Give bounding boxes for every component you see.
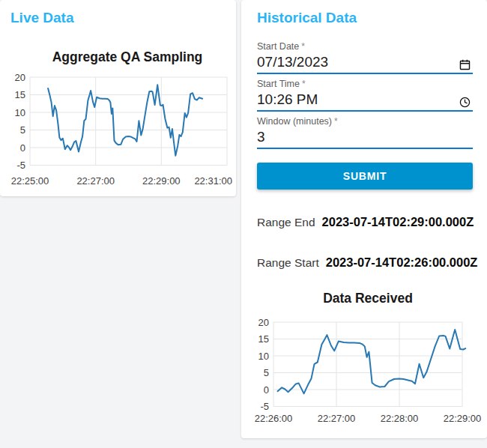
svg-text:5: 5 [264,367,269,378]
historical-chart-title: Data Received [273,291,462,306]
start-time-field: Start Time* [257,79,473,112]
required-marker: * [302,79,306,89]
svg-text:5: 5 [20,124,25,136]
live-chart: 20151050-522:25:0022:27:0022:29:0022:31:… [0,69,236,195]
svg-text:0: 0 [264,384,269,396]
historical-data-panel: Historical Data Start Date* Start Time* [241,0,487,438]
clock-icon[interactable] [459,96,471,109]
start-date-input[interactable] [257,54,448,70]
svg-text:20: 20 [258,317,269,328]
svg-text:20: 20 [15,72,25,83]
svg-text:22:27:00: 22:27:00 [76,175,115,187]
svg-text:-5: -5 [16,160,25,171]
required-marker: * [334,116,338,127]
live-chart-title: Aggregate QA Sampling [27,49,228,65]
range-start-label: Range Start [257,256,319,270]
range-start-row: Range Start 2023-07-14T02:26:00.000Z [257,255,477,270]
svg-text:22:29:00: 22:29:00 [142,175,181,187]
range-end-row: Range End 2023-07-14T02:29:00.000Z [257,215,474,229]
historical-panel-title: Historical Data [257,10,357,26]
live-panel-title: Live Data [10,10,73,26]
svg-text:10: 10 [258,351,269,362]
window-minutes-field: Window (minutes)* [257,116,473,149]
svg-text:22:26:00: 22:26:00 [255,413,293,424]
window-minutes-label: Window (minutes)* [257,116,473,127]
svg-text:15: 15 [258,333,269,345]
svg-text:0: 0 [20,142,25,154]
svg-text:22:27:00: 22:27:00 [318,413,356,424]
start-date-label: Start Date* [257,41,473,52]
svg-text:22:25:00: 22:25:00 [11,175,49,187]
range-end-value: 2023-07-14T02:29:00.000Z [322,215,474,229]
svg-text:22:29:00: 22:29:00 [444,413,482,424]
svg-text:10: 10 [15,107,25,118]
svg-text:22:28:00: 22:28:00 [381,413,419,424]
svg-text:22:31:00: 22:31:00 [194,175,232,187]
start-time-label: Start Time* [257,79,473,89]
range-start-value: 2023-07-14T02:26:00.000Z [326,255,478,270]
required-marker: * [301,41,305,52]
start-time-input[interactable] [257,91,448,108]
svg-text:15: 15 [15,89,25,100]
live-data-panel: Live Data Aggregate QA Sampling 20151050… [0,0,236,196]
window-minutes-input[interactable] [257,129,448,145]
svg-text:-5: -5 [260,401,269,412]
range-end-label: Range End [257,216,315,229]
historical-chart: 20151050-522:26:0022:27:0022:28:0022:29:… [241,310,487,438]
submit-button[interactable]: SUBMIT [257,163,473,190]
page: Live Data Aggregate QA Sampling 20151050… [0,0,487,448]
start-date-field: Start Date* [257,41,473,74]
calendar-icon[interactable] [459,58,471,71]
